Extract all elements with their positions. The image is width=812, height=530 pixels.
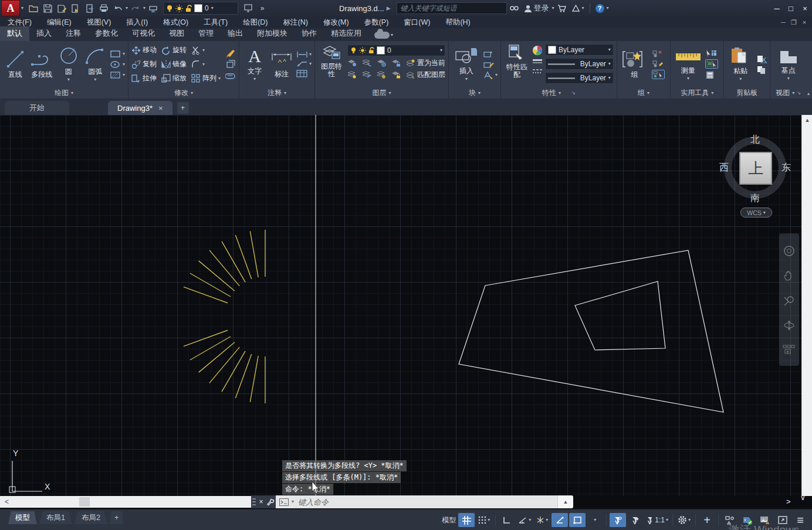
- search-icon[interactable]: [510, 5, 519, 12]
- trim-button[interactable]: ▾: [191, 46, 221, 55]
- annotation-autoscale-toggle[interactable]: [627, 513, 644, 527]
- measure-button[interactable]: 测量 ▾: [674, 47, 703, 81]
- cut-button[interactable]: [756, 55, 767, 63]
- menu-insert[interactable]: 插入(I): [119, 18, 155, 28]
- print-button[interactable]: [147, 2, 160, 15]
- ribbon-tab-home[interactable]: 默认: [0, 26, 29, 41]
- undo-button[interactable]: [111, 2, 124, 15]
- layer-isolate-icon[interactable]: [362, 59, 371, 67]
- redo-chevron-icon[interactable]: ▾: [143, 6, 146, 11]
- annotation-monitor-plus-button[interactable]: +: [699, 513, 715, 527]
- create-block-button[interactable]: [483, 50, 498, 58]
- new-layout-button[interactable]: +: [110, 511, 123, 524]
- doc-minimize-button[interactable]: ─: [778, 18, 789, 27]
- file-tab-start[interactable]: 开始: [5, 101, 69, 115]
- command-close-icon[interactable]: ×: [259, 498, 263, 506]
- layer-off-icon[interactable]: [347, 59, 357, 67]
- quick-select-button[interactable]: [705, 49, 718, 57]
- showmotion-icon[interactable]: [783, 345, 796, 354]
- viewcube-north[interactable]: 北: [750, 134, 760, 146]
- quick-calc-button[interactable]: [705, 71, 718, 79]
- panel-clipboard-label[interactable]: 剪贴板: [724, 87, 770, 98]
- wrench-icon[interactable]: [266, 498, 275, 506]
- table-button[interactable]: [296, 70, 312, 77]
- title-play-icon[interactable]: ▶: [387, 5, 391, 11]
- layout-tab-layout2[interactable]: 布局2: [75, 511, 107, 524]
- layer-on-icon[interactable]: [347, 71, 357, 79]
- copy-button[interactable]: 复制: [131, 59, 157, 69]
- cloud-chevron-icon[interactable]: ▾: [391, 33, 393, 38]
- annotation-visibility-toggle[interactable]: [610, 513, 626, 527]
- osnap-toggle[interactable]: [569, 513, 586, 527]
- panel-groups-label[interactable]: 组▾: [617, 87, 670, 98]
- viewcube-east[interactable]: 东: [781, 162, 791, 174]
- command-bar-grip[interactable]: ×: [251, 495, 276, 508]
- menu-window[interactable]: 窗口(W): [396, 18, 438, 28]
- layout-tab-layout1[interactable]: 布局1: [39, 511, 72, 524]
- scroll-up-icon[interactable]: ▴: [806, 116, 809, 496]
- hatch-button[interactable]: ▾: [110, 71, 125, 79]
- layer-properties-button[interactable]: 图层特性: [318, 45, 345, 78]
- open-button[interactable]: [27, 2, 40, 15]
- fillet-button[interactable]: ▾: [191, 60, 221, 69]
- panel-utilities-label[interactable]: 实用工具▾: [671, 87, 723, 98]
- polar-tracking-toggle[interactable]: ▾: [516, 513, 533, 527]
- file-tab-drawing3[interactable]: Drawing3* ×: [108, 101, 172, 115]
- overkill-button[interactable]: [225, 72, 236, 81]
- layout-tab-model[interactable]: 模型: [8, 511, 37, 524]
- ribbon-tab-featured[interactable]: 精选应用: [324, 26, 368, 41]
- layer-state-dropdown[interactable]: 0 ▾: [163, 2, 238, 15]
- orbit-icon[interactable]: [783, 320, 795, 331]
- new-drawing-tab-button[interactable]: +: [177, 102, 189, 114]
- panel-annotate-label[interactable]: 注释▾: [239, 87, 314, 98]
- a360-icon[interactable]: ▾: [572, 5, 584, 12]
- insert-block-button[interactable]: 插入 ▾: [452, 47, 481, 81]
- search-box[interactable]: [397, 2, 507, 14]
- edit-block-button[interactable]: [483, 60, 498, 69]
- snap-toggle[interactable]: ▾: [476, 513, 492, 527]
- ribbon-tab-manage[interactable]: 管理: [191, 26, 221, 41]
- rotate-button[interactable]: 旋转: [161, 45, 187, 55]
- panel-properties-label[interactable]: 特性▾↘: [501, 87, 617, 98]
- maximize-button[interactable]: □: [784, 2, 798, 15]
- horizontal-scroll-thumb[interactable]: [79, 497, 90, 507]
- linetype-icon[interactable]: [532, 69, 543, 74]
- sign-in-button[interactable]: 登录: [525, 3, 549, 13]
- menu-modify[interactable]: 修改(M): [316, 18, 357, 28]
- viewcube[interactable]: 北 西 东 南 上 WCS▾: [718, 123, 794, 211]
- ribbon-tab-view[interactable]: 视图: [162, 26, 191, 41]
- panel-draw-label[interactable]: 绘图▾: [0, 87, 128, 98]
- search-input[interactable]: [400, 4, 504, 13]
- explode-button[interactable]: [225, 60, 236, 69]
- ortho-toggle[interactable]: [499, 513, 515, 527]
- close-button[interactable]: ×: [798, 2, 812, 15]
- menu-tools[interactable]: 工具(T): [196, 18, 235, 28]
- dimension-button[interactable]: 标注: [269, 50, 294, 79]
- select-similar-button[interactable]: [705, 59, 718, 69]
- ribbon-tab-collaborate[interactable]: 协作: [295, 26, 324, 41]
- paste-button[interactable]: 粘贴 ▾: [727, 47, 754, 81]
- drawing-canvas[interactable]: YX 北 西 东 南 上 WCS▾ 是否将其转换为多段线? <Y> *取消* 选…: [0, 115, 801, 496]
- otrack-toggle[interactable]: [552, 513, 568, 527]
- undo-chevron-icon[interactable]: ▾: [126, 6, 128, 11]
- doc-restore-button[interactable]: ❐: [789, 18, 799, 27]
- grid-toggle[interactable]: [458, 513, 475, 527]
- scroll-right-icon[interactable]: >: [786, 497, 791, 506]
- ribbon-tab-addins[interactable]: 附加模块: [250, 26, 295, 41]
- workspace-switching-button[interactable]: ▾: [676, 513, 692, 527]
- scale-button[interactable]: 缩放: [161, 73, 187, 83]
- save-button[interactable]: [41, 2, 54, 15]
- menu-parametric[interactable]: 参数(P): [357, 18, 397, 28]
- command-input-area[interactable]: ▾: [276, 495, 557, 508]
- ribbon-tab-visualize[interactable]: 可视化: [125, 26, 162, 41]
- menu-edit[interactable]: 编辑(E): [39, 18, 79, 28]
- ribbon-collapse-icon[interactable]: ▴: [806, 41, 812, 98]
- scroll-left-icon[interactable]: <: [5, 498, 9, 506]
- copy-clip-button[interactable]: [756, 66, 767, 74]
- circle-chevron-icon[interactable]: ▾: [67, 77, 70, 82]
- app-menu-button[interactable]: A: [1, 0, 20, 16]
- isodraft-toggle[interactable]: ▾: [534, 513, 550, 527]
- model-space-button[interactable]: 模型: [441, 513, 457, 527]
- help-icon[interactable]: ?▾: [596, 4, 609, 13]
- menu-file[interactable]: 文件(F): [0, 18, 39, 28]
